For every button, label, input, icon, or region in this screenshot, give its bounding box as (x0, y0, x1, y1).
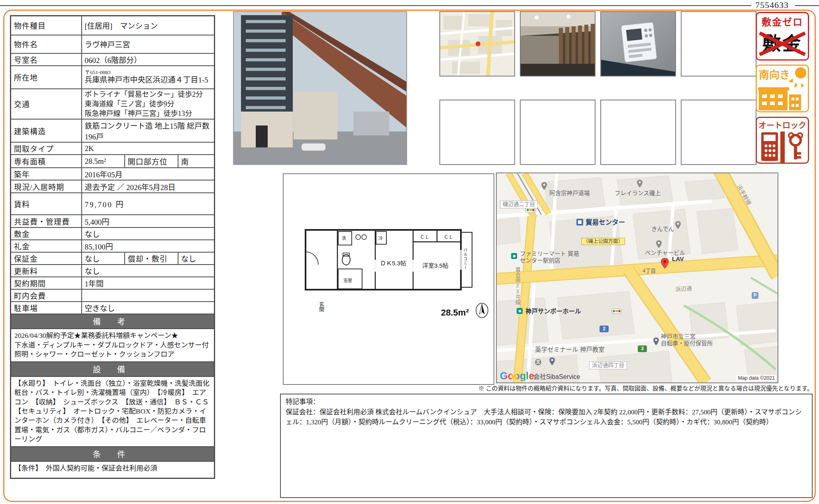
red-pin-icon (661, 258, 669, 269)
property-sheet: 7554633 物件種目 [住居用] マンション 物件名 ラヴ神戸三宮 号室名 … (0, 0, 819, 504)
floorplan-balcony-label: バルコニー (462, 248, 468, 270)
map-label-poi: きんでん (651, 226, 674, 233)
table-row: 礼金 85,100円 (11, 240, 215, 252)
parking-icon: P (752, 292, 758, 299)
row-value: 2016年05月 (82, 168, 215, 180)
floorplan-room-label: 洋室3.5帖 (422, 261, 449, 269)
floor-plan: 玄関 洗 冷 浴室 ＤＫ5.3帖 洋室3.5帖 ＣＬ ＣＬ バルコニー 28.5… (283, 173, 494, 385)
row-label: 賃料 (11, 193, 82, 215)
map-label-district: 浜辺通四丁目 (589, 361, 627, 369)
row-label: 間取タイプ (11, 142, 82, 155)
disclaimer-note: ※ この資料は物件の概略紹介資料になります。写真、間取図面、設備、概要などが現況… (478, 384, 813, 392)
map-label-school: 薬学ゼミナール 神戸教室 (535, 346, 605, 353)
special-notes-box: 特記事項： 保証会社：保証会社利用必須 株式会社ルームバンクインシュア 大手法人… (280, 394, 813, 498)
table-row: 賃料 79,700 円 (11, 193, 215, 215)
row-value: 空きなし (82, 302, 215, 314)
row-label: 礼金 (11, 240, 82, 252)
map-label-road: 葺合南23号線 (514, 267, 520, 305)
map-label-station: 貿易センター (586, 219, 625, 226)
row-value: 0602（6階部分） (82, 53, 215, 66)
transit-line: 東海道線「三ノ宮」徒歩9分 (85, 99, 212, 109)
map-copyright: Map data ©2021 (736, 375, 776, 381)
row-value: 退去予定 ／ 2026年5月28日 (82, 180, 215, 193)
map-pin-icon (653, 337, 659, 345)
row-label: 建築構造 (11, 119, 82, 142)
map-label-district: 磯辺通二丁目 (500, 200, 538, 208)
row-value: 5,400円 (82, 215, 215, 227)
top-rule-right (795, 5, 819, 6)
floorplan-bath-label: 浴室 (343, 277, 352, 283)
photo-slot-empty (681, 100, 756, 165)
address: 兵庫県神戸市中央区浜辺通４丁目1-5 (85, 76, 212, 85)
transit-line: 阪急神戸線「神戸三宮」徒歩13分 (85, 109, 212, 118)
row-value: ラヴ神戸三宮 (82, 35, 215, 53)
section-header-remarks: 備 考 (11, 314, 215, 329)
badge-autolock: オートロック (756, 117, 809, 164)
section-header-conditions: 条 件 (11, 447, 215, 461)
section-header-equipment: 設 備 (11, 362, 215, 377)
table-row: 号室名 0602（6階部分） (11, 53, 215, 66)
badge-no-deposit-title: 敷金ゼロ (757, 14, 808, 28)
building-icon (758, 84, 804, 110)
row-value2: なし (178, 252, 215, 265)
google-logo: Google (500, 371, 534, 381)
row-label2: 開口部方位 (125, 155, 178, 168)
row-value: 28.5m² (82, 155, 125, 168)
row-label: 契約期間 (11, 277, 82, 289)
document-number: 7554633 (755, 0, 789, 10)
postal-code: 〒651-0083 (85, 70, 212, 76)
map-label-poi: 阿含宗神戸道場 (549, 190, 590, 197)
row-label: 物件種目 (11, 16, 82, 35)
autolock-keypad-key-icon (758, 131, 807, 163)
map-pin-icon (675, 221, 681, 229)
photo-slot-empty (600, 100, 676, 165)
row-value: なし (82, 227, 215, 240)
map-label-company: 会社SibaService (533, 373, 580, 380)
table-row: 敷金 なし (11, 227, 215, 240)
photo-slot-empty (439, 100, 515, 165)
compass-icon (474, 302, 490, 318)
row-label: 駐車場 (11, 302, 82, 314)
hall-icon (517, 308, 523, 314)
photo-slot-empty (520, 100, 596, 165)
map-pin-icon (656, 240, 662, 248)
row-label: 所在地 (11, 66, 82, 89)
row-label2: 償却・敷引 (125, 252, 178, 265)
row-value: なし (82, 252, 125, 265)
map-label-familymart: ファミリーマート 貿易 センター駅前店 (520, 251, 579, 264)
row-label: 物件名 (11, 35, 82, 53)
special-notes-body: 保証会社：保証会社利用必須 株式会社ルームバンクインシュア 大手法人相談可・保険… (286, 407, 807, 428)
row-label: 専有面積 (11, 155, 82, 168)
map-label-road: 浜辺通 (675, 285, 692, 293)
row-label: 保証金 (11, 252, 82, 265)
table-row: 町内会費 (11, 289, 215, 302)
map-label-sign: （磯上公園方面） (581, 238, 625, 245)
table-row: 駐車場 空きなし (11, 302, 215, 314)
row-label: 敷金 (11, 227, 82, 240)
map-label-chome: 4丁目 (643, 268, 656, 274)
row-value: 2K (82, 142, 215, 155)
floorplan-closet-label: ＣＬ (444, 233, 453, 240)
table-row: 物件種目 [住居用] マンション (11, 16, 215, 35)
floorplan-washer-label: 洗 (342, 235, 346, 241)
row-label: 号室名 (11, 53, 82, 66)
floorplan-dk-label: ＤＫ5.3帖 (380, 259, 406, 267)
badge-south-facing: 南向き (756, 65, 809, 112)
photo-map-thumbnail (439, 11, 515, 76)
section-equipment: 【水廻り】 トイレ・洗面台（独立）・浴室乾燥機・洗髪洗面化粧台・バス・トイレ別・… (11, 377, 215, 447)
map-label-hall: 神戸サンボーホール (525, 308, 581, 315)
property-table: 物件種目 [住居用] マンション 物件名 ラヴ神戸三宮 号室名 0602（6階部… (10, 15, 215, 479)
traffic-light-icon (611, 309, 622, 314)
row-label: 交通 (11, 89, 82, 120)
photo-slot-empty (681, 11, 756, 76)
table-row: 所在地 〒651-0083 兵庫県神戸市中央区浜辺通４丁目1-5 (11, 66, 215, 89)
convenience-store-icon (511, 253, 517, 259)
photo-building-exterior (233, 11, 407, 165)
row-label: 築年 (11, 168, 82, 180)
route-shield-3: 3 (638, 345, 647, 352)
table-row: 共益費・管理費 5,400円 (11, 215, 215, 227)
row-value: なし (82, 265, 215, 277)
floorplan-closet-label: ＣＬ (420, 233, 429, 240)
table-row: 現況/入居時期 退去予定 ／ 2026年5月28日 (11, 180, 215, 193)
location-map[interactable]: 磯辺通二丁目 阿含宗神戸道場 フレイランス磯上 貿易センター きんでん （磯上公… (496, 173, 778, 383)
